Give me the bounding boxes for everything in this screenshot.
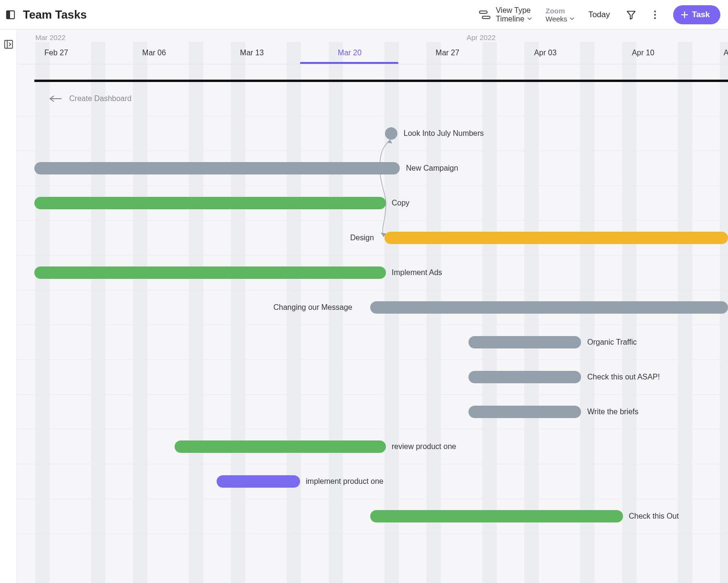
task-bar[interactable] [175, 440, 386, 453]
task-label[interactable]: Design [350, 234, 374, 242]
task-label[interactable]: Changing our Message [273, 303, 352, 312]
timeline-body[interactable]: Create DashboardLook Into July NumbersNe… [17, 64, 728, 583]
filter-button[interactable] [624, 7, 639, 22]
expand-panel-button[interactable] [3, 39, 14, 51]
parent-task-label: Create Dashboard [69, 94, 132, 103]
timeline-header: Mar 2022Apr 2022 Feb 27Mar 06Mar 13Mar 2… [17, 30, 728, 64]
view-type-value: Timeline [496, 15, 524, 23]
topbar: Team Tasks View Type Timeline Zoom Weeks [0, 0, 728, 30]
task-label[interactable]: review product one [392, 442, 456, 451]
arrow-left-icon [49, 95, 62, 102]
timeline-row: Organic Traffic [17, 325, 728, 360]
timeline-row: Copy [17, 186, 728, 221]
task-label[interactable]: implement product one [306, 477, 384, 486]
svg-point-5 [654, 14, 656, 16]
zoom-label: Zoom [546, 7, 575, 15]
task-bar[interactable] [370, 510, 623, 522]
milestone-dot[interactable] [385, 127, 397, 140]
task-bar[interactable] [385, 232, 728, 244]
task-bar[interactable] [370, 301, 728, 314]
task-bar[interactable] [217, 475, 300, 488]
task-label[interactable]: Write the briefs [587, 408, 638, 416]
week-label[interactable]: Feb 27 [44, 49, 68, 57]
svg-rect-2 [479, 11, 487, 13]
timeline-row: implement product one [17, 464, 728, 499]
svg-point-6 [654, 17, 656, 19]
task-label[interactable]: Look Into July Numbers [404, 129, 484, 138]
panel-collapse-icon [5, 10, 16, 20]
timeline-icon [478, 10, 491, 20]
timeline-row: New Campaign [17, 151, 728, 186]
task-label[interactable]: Check this Out [629, 512, 679, 521]
zoom-value: Weeks [546, 15, 568, 23]
timeline: Mar 2022Apr 2022 Feb 27Mar 06Mar 13Mar 2… [17, 30, 728, 583]
task-label[interactable]: Organic Traffic [587, 338, 637, 347]
month-label: Apr 2022 [467, 33, 496, 41]
chevron-down-icon [569, 15, 575, 23]
task-bar[interactable] [34, 197, 386, 209]
week-label[interactable]: Apr 10 [632, 49, 654, 57]
collapse-sidebar-button[interactable] [4, 8, 17, 21]
task-bar[interactable] [34, 266, 386, 279]
svg-rect-3 [482, 16, 490, 19]
week-label[interactable]: Mar 27 [436, 49, 459, 57]
view-type-label: View Type [496, 6, 532, 15]
chevron-down-icon [527, 15, 532, 23]
week-label[interactable]: Mar 20 [338, 49, 362, 57]
today-button[interactable]: Today [588, 10, 610, 20]
timeline-row: Check this Out [17, 499, 728, 534]
timeline-row: review product one [17, 430, 728, 464]
more-vertical-icon [654, 10, 656, 19]
current-week-underline [300, 62, 398, 64]
page-title: Team Tasks [23, 8, 87, 21]
task-label[interactable]: Copy [392, 199, 409, 207]
more-menu-button[interactable] [647, 7, 663, 22]
timeline-row: Implement Ads [17, 256, 728, 290]
timeline-row: Design [17, 221, 728, 256]
task-bar[interactable] [34, 162, 400, 174]
left-rail [0, 30, 17, 583]
zoom-selector[interactable]: Zoom Weeks [546, 7, 575, 23]
svg-rect-1 [7, 10, 10, 19]
timeline-row: Check this out ASAP! [17, 360, 728, 395]
timeline-row: Look Into July Numbers [17, 116, 728, 151]
week-label[interactable]: Apr 03 [534, 49, 556, 57]
timeline-months: Mar 2022Apr 2022 [17, 33, 728, 43]
week-label[interactable]: Mar 06 [142, 49, 166, 57]
svg-point-4 [654, 10, 656, 12]
task-bar[interactable] [468, 371, 581, 383]
timeline-weeks: Feb 27Mar 06Mar 13Mar 20Mar 27Apr 03Apr … [17, 49, 728, 60]
panel-expand-icon [3, 39, 14, 50]
week-label[interactable]: Mar 13 [240, 49, 264, 57]
week-label[interactable]: A [724, 49, 728, 57]
timeline-row: Changing our Message [17, 290, 728, 325]
new-task-button[interactable]: Task [673, 5, 721, 24]
task-bar[interactable] [468, 406, 581, 418]
new-task-label: Task [692, 10, 710, 20]
task-label[interactable]: New Campaign [406, 164, 458, 173]
filter-icon [626, 10, 636, 20]
task-label[interactable]: Check this out ASAP! [587, 373, 660, 381]
plus-icon [681, 11, 688, 19]
task-label[interactable]: Implement Ads [392, 268, 442, 277]
month-label: Mar 2022 [35, 33, 65, 41]
task-bar[interactable] [468, 336, 581, 348]
timeline-row: Create Dashboard [17, 82, 728, 116]
back-to-parent[interactable]: Create Dashboard [49, 94, 132, 103]
view-type-selector[interactable]: View Type Timeline [478, 6, 532, 23]
timeline-row: Write the briefs [17, 395, 728, 430]
